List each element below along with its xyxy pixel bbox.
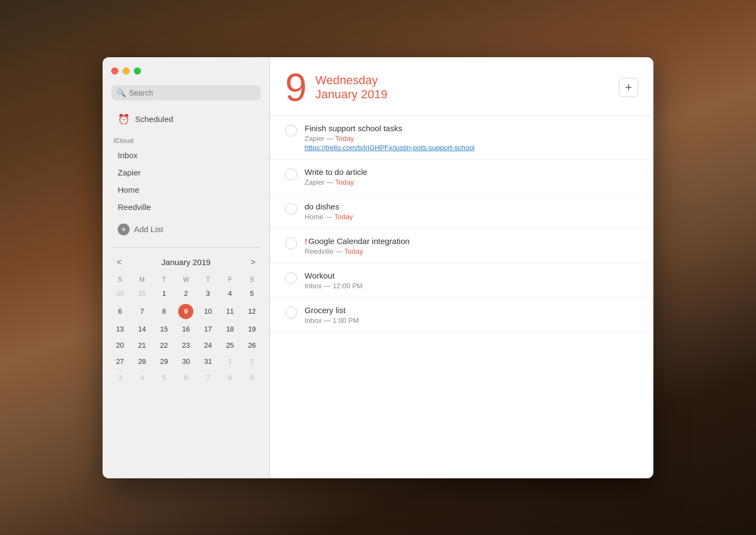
calendar-day[interactable]: 21 bbox=[131, 337, 153, 354]
calendar-day[interactable]: 3 bbox=[197, 286, 219, 302]
task-title: Write to do article bbox=[305, 167, 638, 177]
sidebar-item-reedville[interactable]: Reedville bbox=[107, 199, 265, 215]
calendar-day[interactable]: 23 bbox=[175, 337, 197, 354]
task-title: !Google Calendar integration bbox=[305, 236, 638, 246]
task-item[interactable]: do dishesHome — Today bbox=[270, 194, 653, 229]
calendar-day[interactable]: 30 bbox=[109, 286, 131, 302]
calendar-day[interactable]: 10 bbox=[197, 302, 219, 321]
calendar-day[interactable]: 17 bbox=[197, 321, 219, 337]
calendar-day[interactable]: 25 bbox=[219, 337, 241, 354]
calendar-day[interactable]: 3 bbox=[109, 370, 131, 386]
calendar-next-button[interactable]: > bbox=[247, 256, 259, 268]
app-window: 🔍 ⏰ Scheduled iCloud Inbox Zapier Home R… bbox=[103, 57, 653, 478]
sidebar-item-zapier[interactable]: Zapier bbox=[107, 164, 265, 181]
calendar-day[interactable]: 4 bbox=[219, 286, 241, 302]
month-year: January 2019 bbox=[315, 87, 387, 101]
sidebar-item-inbox[interactable]: Inbox bbox=[107, 147, 265, 164]
search-input[interactable] bbox=[129, 89, 255, 97]
task-content: WorkoutInbox — 12:00 PM bbox=[305, 271, 638, 290]
minimize-button[interactable] bbox=[123, 67, 130, 75]
calendar-day[interactable]: 2 bbox=[175, 286, 197, 302]
calendar-prev-button[interactable]: < bbox=[113, 256, 125, 268]
calendar-day[interactable]: 20 bbox=[109, 337, 131, 354]
task-content: !Google Calendar integrationReedville — … bbox=[305, 236, 638, 255]
task-meta: Inbox — 12:00 PM bbox=[305, 282, 638, 290]
calendar-month-label: January 2019 bbox=[161, 258, 211, 267]
task-meta: Zapier — Today bbox=[305, 178, 638, 186]
cal-header-fri: F bbox=[219, 274, 241, 286]
task-checkbox[interactable] bbox=[285, 238, 297, 249]
calendar-day[interactable]: 8 bbox=[153, 302, 175, 321]
calendar-day[interactable]: 15 bbox=[153, 321, 175, 337]
task-content: Finish support school tasksZapier — Toda… bbox=[305, 124, 638, 152]
task-item[interactable]: Finish support school tasksZapier — Toda… bbox=[270, 116, 653, 160]
task-item[interactable]: Grocery listInbox — 1:00 PM bbox=[270, 298, 653, 333]
calendar-day[interactable]: 1 bbox=[153, 286, 175, 302]
calendar-day[interactable]: 14 bbox=[131, 321, 153, 337]
icloud-section-label: iCloud bbox=[103, 131, 269, 147]
task-checkbox[interactable] bbox=[285, 203, 297, 215]
calendar-day[interactable]: 12 bbox=[241, 302, 263, 321]
calendar-header: < January 2019 > bbox=[109, 252, 263, 274]
calendar-day[interactable]: 2 bbox=[241, 354, 263, 370]
calendar-day[interactable]: 8 bbox=[219, 370, 241, 386]
cal-header-wed: W bbox=[175, 274, 197, 286]
task-checkbox[interactable] bbox=[285, 272, 297, 284]
task-meta: Home — Today bbox=[305, 213, 638, 221]
calendar-day[interactable]: 5 bbox=[153, 370, 175, 386]
calendar-day[interactable]: 13 bbox=[109, 321, 131, 337]
calendar-day[interactable]: 7 bbox=[131, 302, 153, 321]
task-link[interactable]: https://trello.com/b/jriGHPFx/justin-pot… bbox=[305, 144, 638, 152]
calendar-day[interactable]: 6 bbox=[175, 370, 197, 386]
task-item[interactable]: !Google Calendar integrationReedville — … bbox=[270, 229, 653, 263]
add-list-button[interactable]: + Add List bbox=[107, 218, 265, 241]
sidebar-item-home[interactable]: Home bbox=[107, 181, 265, 198]
calendar-day[interactable]: 9 bbox=[175, 302, 197, 321]
task-list-name: Home bbox=[305, 213, 323, 221]
sidebar-item-scheduled[interactable]: ⏰ Scheduled bbox=[107, 109, 265, 130]
task-meta: Zapier — Today bbox=[305, 134, 638, 143]
main-content: 9 Wednesday January 2019 + Finish suppor… bbox=[270, 57, 653, 478]
task-due-today: Today bbox=[335, 134, 354, 143]
calendar-day[interactable]: 31 bbox=[197, 354, 219, 370]
calendar-day[interactable]: 27 bbox=[109, 354, 131, 370]
task-checkbox[interactable] bbox=[285, 307, 297, 319]
calendar-day[interactable]: 18 bbox=[219, 321, 241, 337]
calendar-day[interactable]: 16 bbox=[175, 321, 197, 337]
task-title: Finish support school tasks bbox=[305, 124, 638, 133]
calendar-day[interactable]: 9 bbox=[241, 370, 263, 386]
calendar-day[interactable]: 29 bbox=[153, 354, 175, 370]
calendar-day[interactable]: 6 bbox=[109, 302, 131, 321]
calendar-day[interactable]: 7 bbox=[197, 370, 219, 386]
task-checkbox[interactable] bbox=[285, 125, 297, 137]
sidebar: 🔍 ⏰ Scheduled iCloud Inbox Zapier Home R… bbox=[103, 57, 270, 478]
add-task-button[interactable]: + bbox=[619, 78, 638, 97]
task-checkbox[interactable] bbox=[285, 168, 297, 180]
calendar-day[interactable]: 31 bbox=[131, 286, 153, 302]
search-icon: 🔍 bbox=[117, 89, 126, 97]
task-title: Workout bbox=[305, 271, 638, 280]
calendar-day[interactable]: 5 bbox=[241, 286, 263, 302]
scheduled-label: Scheduled bbox=[135, 114, 173, 124]
task-item[interactable]: Write to do articleZapier — Today bbox=[270, 160, 653, 194]
calendar-day[interactable]: 19 bbox=[241, 321, 263, 337]
calendar-day[interactable]: 1 bbox=[219, 354, 241, 370]
calendar-grid: S M T W T F S 30311234567891011121314151… bbox=[109, 274, 263, 386]
search-bar[interactable]: 🔍 bbox=[111, 85, 261, 100]
calendar-day[interactable]: 28 bbox=[131, 354, 153, 370]
calendar-day[interactable]: 30 bbox=[175, 354, 197, 370]
calendar-day[interactable]: 26 bbox=[241, 337, 263, 354]
calendar-day[interactable]: 22 bbox=[153, 337, 175, 354]
task-due-time: 12:00 PM bbox=[333, 282, 363, 290]
date-display: 9 Wednesday January 2019 bbox=[285, 68, 387, 107]
close-button[interactable] bbox=[111, 67, 118, 75]
calendar-day[interactable]: 11 bbox=[219, 302, 241, 321]
calendar-day[interactable]: 24 bbox=[197, 337, 219, 354]
main-header: 9 Wednesday January 2019 + bbox=[270, 57, 653, 116]
today-circle: 9 bbox=[178, 304, 193, 319]
cal-header-sat: S bbox=[241, 274, 263, 286]
calendar-day[interactable]: 4 bbox=[131, 370, 153, 386]
task-item[interactable]: WorkoutInbox — 12:00 PM bbox=[270, 263, 653, 298]
maximize-button[interactable] bbox=[134, 67, 141, 75]
cal-header-tue: T bbox=[153, 274, 175, 286]
